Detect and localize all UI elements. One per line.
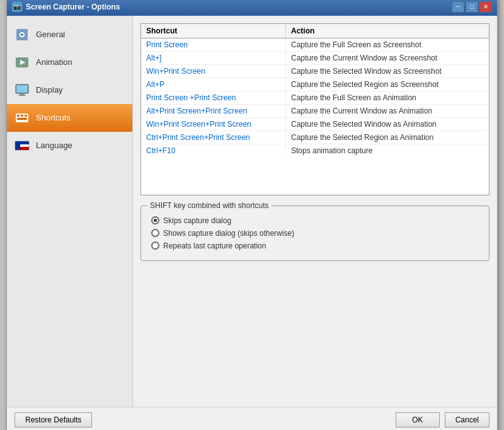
action-cell: Capture the Selected Window as Animation <box>286 118 489 131</box>
table-body: Print Screen Capture the Full Screen as … <box>141 38 489 157</box>
title-bar-left: 📷 Screen Capturer - Options <box>12 2 120 12</box>
title-bar: 📷 Screen Capturer - Options ─ □ ✕ <box>7 0 497 16</box>
shortcuts-table: Shortcut Action Print Screen Capture the… <box>140 23 490 195</box>
radio-label-skip_dialog: Skips capture dialog <box>163 216 231 225</box>
sidebar-item-animation[interactable]: Animation <box>7 49 132 76</box>
shortcut-cell: Print Screen +Print Screen <box>141 91 286 104</box>
shortcut-cell: Win+Print Screen <box>141 65 286 78</box>
shortcut-cell: Ctrl+F10 <box>141 144 286 157</box>
action-cell: Capture the Current Window as Animation <box>286 105 489 117</box>
action-cell: Stops animation capture <box>286 144 489 157</box>
table-row[interactable]: Win+Print Screen Capture the Selected Wi… <box>141 65 489 78</box>
radio-btn-skip_dialog[interactable] <box>151 216 159 224</box>
radio-option-repeat_last[interactable]: Repeats last capture operation <box>151 241 479 250</box>
table-row[interactable]: Print Screen Capture the Full Screen as … <box>141 38 489 52</box>
shortcut-cell: Win+Print Screen+Print Screen <box>141 118 286 131</box>
radio-label-repeat_last: Repeats last capture operation <box>163 241 266 250</box>
table-row[interactable]: Alt+Print Screen+Print Screen Capture th… <box>141 105 489 118</box>
language-icon <box>14 138 30 153</box>
svg-rect-11 <box>21 115 23 117</box>
shortcut-cell: Ctrl+Print Screen+Print Screen <box>141 131 286 144</box>
action-cell: Capture the Full Screen as Screenshot <box>286 38 489 51</box>
svg-rect-7 <box>18 95 26 96</box>
header-shortcut: Shortcut <box>141 24 286 38</box>
restore-defaults-button[interactable]: Restore Defaults <box>14 412 92 427</box>
svg-rect-13 <box>17 118 27 120</box>
table-row[interactable]: Ctrl+Print Screen+Print Screen Capture t… <box>141 131 489 144</box>
shift-group-legend: SHIFT key combined with shortcuts <box>147 201 272 210</box>
table-row[interactable]: Alt+P Capture the Selected Region as Scr… <box>141 78 489 91</box>
table-row[interactable]: Print Screen +Print Screen Capture the F… <box>141 91 489 105</box>
sidebar-item-shortcuts[interactable]: Shortcuts <box>7 104 132 132</box>
sidebar-item-general[interactable]: General <box>7 21 132 49</box>
app-icon: 📷 <box>12 2 22 12</box>
radio-option-show_dialog[interactable]: Shows capture dialog (skips otherwise) <box>151 229 479 238</box>
table-row[interactable]: Alt+] Capture the Current Window as Scre… <box>141 52 489 65</box>
sidebar-item-display[interactable]: Display <box>7 76 132 104</box>
svg-rect-6 <box>20 94 25 95</box>
sidebar-label-language: Language <box>36 141 72 150</box>
table-header: Shortcut Action <box>141 24 489 38</box>
sidebar-label-animation: Animation <box>36 57 72 67</box>
options-window: 📷 Screen Capturer - Options ─ □ ✕ Genera… <box>6 0 498 430</box>
ok-button[interactable]: OK <box>396 412 440 427</box>
title-buttons: ─ □ ✕ <box>452 1 492 13</box>
radio-label-show_dialog: Shows capture dialog (skips otherwise) <box>163 229 294 238</box>
svg-rect-10 <box>17 115 20 117</box>
sidebar-label-general: General <box>36 30 65 39</box>
sidebar: General Animation <box>7 16 133 407</box>
shortcut-cell: Alt+Print Screen+Print Screen <box>141 105 286 117</box>
maximize-button[interactable]: □ <box>466 1 478 13</box>
svg-rect-8 <box>16 85 28 93</box>
cancel-button[interactable]: Cancel <box>445 412 490 427</box>
shift-key-group: SHIFT key combined with shortcuts Skips … <box>140 206 490 261</box>
close-button[interactable]: ✕ <box>479 1 492 13</box>
shortcuts-icon <box>14 110 30 125</box>
action-cell: Capture the Selected Region as Screensho… <box>286 78 489 91</box>
sidebar-label-shortcuts: Shortcuts <box>36 113 71 122</box>
shortcut-cell: Alt+] <box>141 52 286 64</box>
table-spacer <box>141 157 489 195</box>
table-row[interactable]: Ctrl+F10 Stops animation capture <box>141 144 489 157</box>
minimize-button[interactable]: ─ <box>452 1 464 13</box>
action-cell: Capture the Selected Window as Screensho… <box>286 65 489 78</box>
display-icon <box>14 83 30 98</box>
action-cell: Capture the Current Window as Screenshot <box>286 52 489 64</box>
radio-btn-repeat_last[interactable] <box>151 241 159 250</box>
sidebar-item-language[interactable]: Language <box>7 132 132 160</box>
bottom-buttons: Restore Defaults OK Cancel <box>7 407 497 431</box>
radio-options: Skips capture dialog Shows capture dialo… <box>151 216 479 250</box>
action-cell: Capture the Full Screen as Animation <box>286 91 489 104</box>
action-cell: Capture the Selected Region as Animation <box>286 131 489 144</box>
general-icon <box>14 27 30 42</box>
window-content: General Animation <box>7 16 497 407</box>
shortcut-cell: Print Screen <box>141 38 286 51</box>
shortcut-cell: Alt+P <box>141 78 286 91</box>
header-action: Action <box>286 24 489 38</box>
svg-rect-12 <box>25 115 27 117</box>
animation-icon <box>14 55 30 70</box>
window-title: Screen Capturer - Options <box>26 3 120 11</box>
main-content: Shortcut Action Print Screen Capture the… <box>133 16 497 407</box>
radio-btn-show_dialog[interactable] <box>151 229 159 237</box>
svg-point-2 <box>21 33 23 36</box>
sidebar-label-display: Display <box>36 85 63 95</box>
radio-option-skip_dialog[interactable]: Skips capture dialog <box>151 216 479 225</box>
table-row[interactable]: Win+Print Screen+Print Screen Capture th… <box>141 118 489 131</box>
